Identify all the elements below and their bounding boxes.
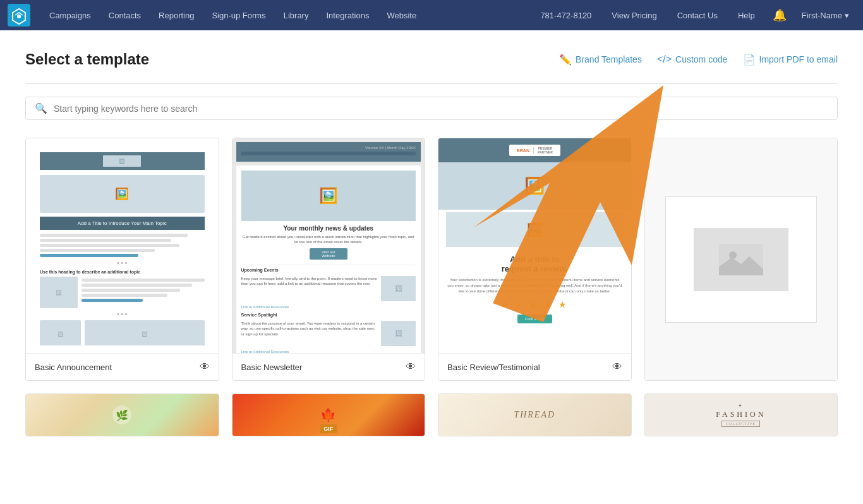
template-card[interactable]: BRAN PREMIERPARTNER 🖼️ 🖼️ Add a title to… — [438, 138, 632, 381]
template-footer: Blank Template 👁 — [645, 380, 838, 381]
template-card[interactable]: 🖼 🖼️ Add a Title to Introduce Your Main … — [25, 138, 219, 381]
template-preview: THREAD — [438, 394, 631, 436]
preview-icon[interactable]: 👁 — [406, 361, 416, 373]
search-bar: 🔍 — [25, 97, 838, 120]
template-card[interactable]: 🍁 GIF — [232, 393, 426, 436]
template-card[interactable]: ✦ FASHION COLLECTIVE — [644, 393, 838, 436]
code-icon: </> — [657, 54, 672, 65]
template-footer: Basic Review/Testimonial 👁 — [438, 353, 631, 380]
logo[interactable] — [8, 4, 30, 27]
view-pricing-button[interactable]: View Pricing — [603, 0, 665, 30]
preview-icon[interactable]: 👁 — [200, 361, 210, 373]
template-preview: 🍁 GIF — [232, 394, 425, 436]
pencil-icon: ✏️ — [559, 54, 572, 66]
nav-right: 781-472-8120 View Pricing Contact Us Hel… — [531, 0, 855, 30]
nav-reporting[interactable]: Reporting — [150, 0, 203, 30]
contact-us-button[interactable]: Contact Us — [668, 0, 727, 30]
header-row: Select a template ✏️ Brand Templates </>… — [25, 51, 838, 68]
nav-integrations[interactable]: Integrations — [317, 0, 378, 30]
brand-templates-link[interactable]: ✏️ Brand Templates — [559, 54, 642, 66]
template-card[interactable]: 🌿 — [25, 393, 219, 436]
page-title: Select a template — [25, 51, 149, 68]
template-name: Basic Announcement — [35, 363, 112, 372]
svg-point-3 — [729, 251, 737, 259]
divider — [25, 83, 838, 84]
nav-signup-forms[interactable]: Sign-up Forms — [203, 0, 274, 30]
template-name: Basic Newsletter — [241, 363, 303, 372]
template-preview — [645, 138, 838, 380]
template-card[interactable]: THREAD — [438, 393, 632, 436]
template-preview: BRAN PREMIERPARTNER 🖼️ 🖼️ Add a title to… — [438, 138, 631, 353]
template-footer: Basic Announcement 👁 — [26, 353, 219, 380]
custom-code-link[interactable]: </> Custom code — [657, 54, 728, 65]
template-preview: ✦ FASHION COLLECTIVE — [645, 394, 838, 436]
template-preview: Volume XX | Month Day 20XX 🖼️ Your month… — [232, 138, 425, 353]
header-actions: ✏️ Brand Templates </> Custom code 📄 Imp… — [559, 54, 838, 66]
preview-icon[interactable]: 👁 — [612, 361, 622, 373]
notification-bell[interactable]: 🔔 — [766, 8, 793, 22]
main-content: Select a template ✏️ Brand Templates </>… — [0, 30, 863, 504]
template-card[interactable]: Blank Template 👁 — [644, 138, 838, 381]
pdf-icon: 📄 — [743, 54, 756, 66]
template-name: Basic Review/Testimonial — [447, 363, 540, 372]
template-grid: 🖼 🖼️ Add a Title to Introduce Your Main … — [25, 138, 838, 381]
nav-library[interactable]: Library — [275, 0, 318, 30]
search-icon: 🔍 — [35, 102, 47, 114]
phone-number: 781-472-8120 — [531, 11, 600, 20]
nav-campaigns[interactable]: Campaigns — [40, 0, 100, 30]
svg-point-1 — [17, 15, 21, 18]
user-menu[interactable]: First-Name ▾ — [795, 11, 855, 20]
template-grid-bottom: 🌿 🍁 GIF THREAD ✦ FASHION — [25, 393, 838, 436]
template-preview: 🖼 🖼️ Add a Title to Introduce Your Main … — [26, 138, 219, 353]
help-button[interactable]: Help — [729, 0, 764, 30]
chevron-down-icon: ▾ — [845, 11, 849, 20]
nav-links: Campaigns Contacts Reporting Sign-up For… — [40, 0, 531, 30]
template-card[interactable]: Volume XX | Month Day 20XX 🖼️ Your month… — [232, 138, 426, 381]
search-input[interactable] — [54, 104, 828, 114]
nav-contacts[interactable]: Contacts — [100, 0, 150, 30]
nav-website[interactable]: Website — [378, 0, 425, 30]
template-preview: 🌿 — [26, 394, 219, 436]
import-pdf-link[interactable]: 📄 Import PDF to email — [743, 54, 838, 66]
navigation: Campaigns Contacts Reporting Sign-up For… — [0, 0, 863, 30]
template-footer: Basic Newsletter 👁 — [232, 353, 425, 380]
